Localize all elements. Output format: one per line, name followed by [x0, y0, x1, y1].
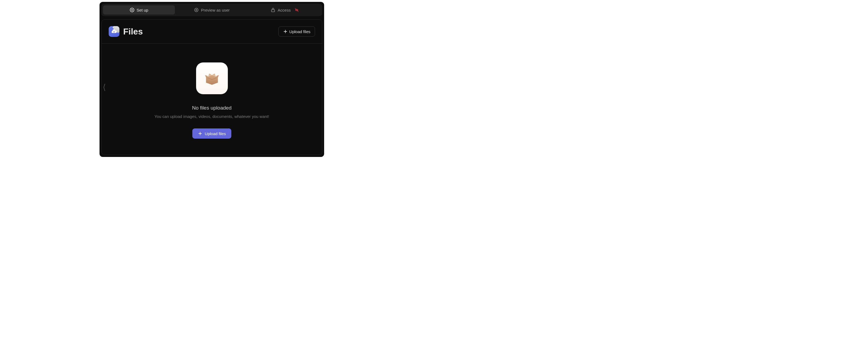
tab-bar: Set up Preview as user Access — [101, 4, 322, 16]
upload-files-button-primary[interactable]: Upload files — [192, 128, 231, 139]
app-window: Set up Preview as user Access ⟨ — [99, 2, 324, 157]
hidden-badge-icon — [294, 8, 299, 12]
svg-point-2 — [196, 9, 197, 11]
tab-setup-label: Set up — [137, 8, 148, 12]
tab-access[interactable]: Access — [249, 5, 321, 14]
empty-state-title: No files uploaded — [192, 105, 231, 111]
svg-rect-3 — [271, 10, 275, 12]
upload-files-primary-label: Upload files — [205, 131, 226, 136]
drag-handle[interactable]: ⟨ — [103, 83, 106, 91]
tab-preview-label: Preview as user — [201, 8, 230, 12]
tab-access-label: Access — [278, 8, 290, 12]
svg-point-1 — [194, 8, 198, 12]
upload-files-label: Upload files — [289, 29, 310, 34]
plus-icon — [283, 29, 288, 34]
lock-icon — [271, 7, 275, 12]
empty-box-icon — [196, 62, 228, 94]
page-title: Files — [123, 27, 143, 37]
eye-icon — [194, 7, 199, 12]
upload-files-button[interactable]: Upload files — [278, 26, 315, 37]
gear-icon — [130, 7, 134, 12]
tab-setup[interactable]: Set up — [103, 5, 175, 14]
tab-preview[interactable]: Preview as user — [176, 5, 248, 14]
plus-icon — [198, 131, 203, 136]
empty-state: No files uploaded You can upload images,… — [102, 43, 322, 155]
panel-header: Files Upload files — [102, 20, 322, 43]
files-app-icon — [108, 26, 119, 37]
panel-header-left: Files — [108, 26, 143, 37]
svg-point-0 — [131, 9, 133, 11]
content-panel: ⟨ Files Upload files — [101, 19, 322, 155]
empty-state-subtitle: You can upload images, videos, documents… — [154, 114, 269, 119]
